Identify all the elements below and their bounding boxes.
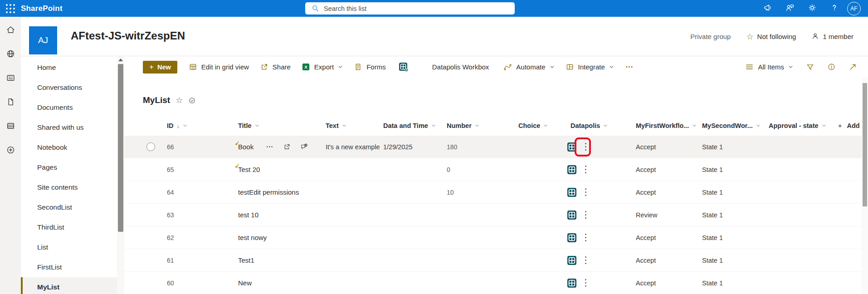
item-share-button[interactable] xyxy=(283,143,291,151)
search-input[interactable] xyxy=(324,5,501,12)
column-header-datapolis[interactable]: Datapolis xyxy=(571,122,636,129)
list-scrollbar-thumb[interactable] xyxy=(863,83,867,206)
sidebar-scrollbar-thumb[interactable] xyxy=(118,64,123,232)
new-button[interactable]: + New xyxy=(143,61,177,74)
sidebar-item-home[interactable]: Home xyxy=(21,58,117,78)
favorite-star-icon[interactable]: ☆ xyxy=(176,96,183,104)
sidebar-scrollbar[interactable] xyxy=(117,56,124,294)
sidebar-item-firstlist[interactable]: FirstList xyxy=(21,257,117,277)
site-title[interactable]: AFtest-JS-witrZespEN xyxy=(71,29,185,42)
table-row-66[interactable]: 66BookIt's a new example1/29/2025180Acce… xyxy=(124,136,868,158)
cmd-more-icon-button[interactable] xyxy=(619,59,639,75)
cmd-datapolis-workbox-button[interactable]: Datapolis Workbox xyxy=(427,59,495,75)
table-row-60[interactable]: 60NewAcceptState 1 xyxy=(124,272,868,294)
account-avatar[interactable]: AF xyxy=(847,2,861,15)
sidebar-item-conversations[interactable]: Conversations xyxy=(21,78,117,98)
table-row-62[interactable]: 62test nowyAcceptState 1 xyxy=(124,226,868,249)
help-button[interactable] xyxy=(823,0,845,17)
cmd-forms-button[interactable]: Forms xyxy=(348,59,391,75)
datapolis-tile-icon[interactable] xyxy=(567,165,577,175)
cmd-export-button[interactable]: xExport xyxy=(296,59,348,75)
rail-globe-button[interactable] xyxy=(6,49,15,60)
rail-add-circle-button[interactable] xyxy=(6,145,15,157)
megaphone-button[interactable] xyxy=(756,0,779,17)
cell-number: 0 xyxy=(447,166,518,173)
rail-home-button[interactable] xyxy=(6,25,15,36)
item-kebab-menu[interactable] xyxy=(583,255,588,266)
automate-icon xyxy=(503,63,512,71)
datapolis-tile-icon[interactable] xyxy=(567,187,577,197)
column-header-approval[interactable]: Approval - state xyxy=(769,122,838,129)
item-kebab-menu[interactable] xyxy=(583,164,588,175)
sidebar-item-notebook[interactable]: Notebook xyxy=(21,137,117,157)
cmd-share-button[interactable]: Share xyxy=(254,59,296,75)
column-header-text[interactable]: Text xyxy=(326,122,383,129)
column-header-wf1[interactable]: MyFirstWorkflo... xyxy=(636,122,702,129)
view-selector-button[interactable]: All Items xyxy=(741,59,798,75)
datapolis-tile-icon[interactable] xyxy=(567,255,577,265)
item-more-button[interactable] xyxy=(266,143,273,151)
cmd-automate-button[interactable]: Automate xyxy=(498,59,560,75)
site-logo[interactable]: AJ xyxy=(29,26,57,54)
search-box[interactable] xyxy=(305,2,515,15)
item-kebab-menu[interactable] xyxy=(583,186,588,198)
datapolis-tile-icon[interactable] xyxy=(567,278,577,288)
sidebar-item-documents[interactable]: Documents xyxy=(21,98,117,118)
sidebar-item-thirdlist[interactable]: ThirdList xyxy=(21,217,117,237)
column-header-datetime[interactable]: Data and Time xyxy=(383,122,447,129)
item-kebab-menu[interactable] xyxy=(583,232,588,243)
table-row-65[interactable]: 65Test 200AcceptState 1 xyxy=(124,158,868,181)
scroll-up-arrow-icon[interactable] xyxy=(118,59,123,61)
gear-button[interactable] xyxy=(801,0,823,17)
privacy-label: Private group xyxy=(690,33,731,40)
datapolis-tile-icon[interactable] xyxy=(567,233,577,243)
item-kebab-menu[interactable] xyxy=(583,277,588,289)
cmd-datapolis-icon-button[interactable] xyxy=(393,59,414,75)
column-header-id[interactable]: ID↓ xyxy=(167,122,238,129)
item-kebab-menu[interactable] xyxy=(583,209,588,220)
app-name[interactable]: SharePoint xyxy=(21,4,63,13)
table-row-61[interactable]: 61Test1AcceptState 1 xyxy=(124,249,868,272)
rail-document-button[interactable] xyxy=(6,97,15,108)
datapolis-tile-icon[interactable] xyxy=(567,210,577,220)
list-scrollbar[interactable] xyxy=(862,78,868,294)
sidebar-item-list[interactable]: List xyxy=(21,237,117,257)
item-title-link[interactable]: New xyxy=(238,279,252,287)
forms-icon xyxy=(354,63,362,71)
row-select-radio[interactable] xyxy=(146,142,155,151)
item-title-link[interactable]: Test 20 xyxy=(238,166,260,173)
column-header-title[interactable]: Title xyxy=(238,122,326,129)
column-header-wf2[interactable]: MySecondWor... xyxy=(702,122,769,129)
rail-news-button[interactable] xyxy=(6,73,15,84)
follow-button[interactable]: ☆ Not following xyxy=(746,33,796,41)
cell-id: 66 xyxy=(167,143,238,151)
item-title-link[interactable]: testEdit permissions xyxy=(238,188,299,196)
sidebar-item-site-contents[interactable]: Site contents xyxy=(21,177,117,197)
sidebar-item-mylist[interactable]: MyList xyxy=(21,277,117,294)
item-title-link[interactable]: Book xyxy=(238,143,254,151)
sidebar-item-secondlist[interactable]: SecondList xyxy=(21,197,117,217)
expand-button[interactable] xyxy=(844,59,862,75)
table-row-64[interactable]: 64testEdit permissions10AcceptState 1 xyxy=(124,181,868,204)
cmd-integrate-button[interactable]: Integrate xyxy=(560,59,619,75)
app-launcher-waffle-icon[interactable] xyxy=(0,0,21,17)
sidebar-item-shared-with-us[interactable]: Shared with us xyxy=(21,118,117,137)
sidebar-item-pages[interactable]: Pages xyxy=(21,157,117,177)
rail-lists-button[interactable] xyxy=(6,121,15,132)
filter-button[interactable] xyxy=(801,59,819,75)
column-header-choice[interactable]: Choice xyxy=(518,122,571,129)
feedback-button[interactable] xyxy=(779,0,801,17)
expand-icon xyxy=(848,63,857,71)
datapolis-tile-icon[interactable] xyxy=(567,142,577,152)
members-button[interactable]: 1 member xyxy=(811,32,853,41)
item-title-link[interactable]: Test1 xyxy=(238,256,254,264)
info-button[interactable] xyxy=(823,59,840,75)
item-title-link[interactable]: test 10 xyxy=(238,211,258,219)
item-title-link[interactable]: test nowy xyxy=(238,234,267,241)
item-kebab-menu[interactable] xyxy=(583,141,588,152)
column-header-number[interactable]: Number xyxy=(447,122,518,129)
new-button-label: New xyxy=(157,64,171,71)
item-comment-button[interactable] xyxy=(300,143,308,151)
table-row-63[interactable]: 63test 10ReviewState 1 xyxy=(124,204,868,226)
cmd-edit-in-grid-view-button[interactable]: Edit in grid view xyxy=(183,59,254,75)
